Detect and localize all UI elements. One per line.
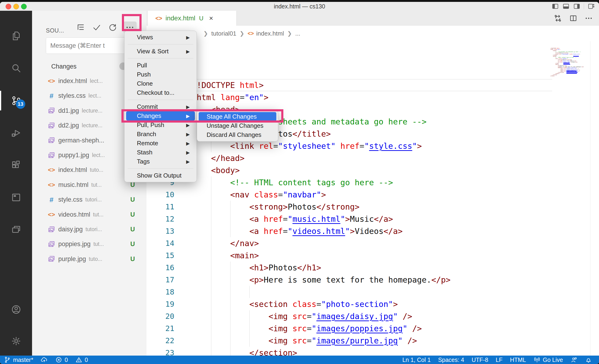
activity-extensions-icon[interactable] [0, 154, 32, 176]
menu-item-label: Branch [137, 130, 156, 138]
code-line-10: <nav class="navbar"> [192, 189, 326, 201]
status-lf[interactable]: LF [492, 355, 506, 364]
broadcast-icon [533, 356, 540, 363]
image-file-icon [47, 122, 55, 130]
activity-search-icon[interactable] [0, 57, 32, 79]
menu-item-label: Views [137, 34, 153, 41]
submenu-arrow-icon: ▶ [186, 150, 190, 155]
file-row-videos-html[interactable]: <>videos.htmltut...U [32, 207, 147, 222]
file-row-poppies-jpg[interactable]: poppies.jpgtut...U [32, 237, 147, 251]
tab-close-icon[interactable]: × [209, 14, 213, 22]
code-line-13: <a href="videos.html">Videos</a> [192, 225, 403, 237]
file-folder-description: tut... [93, 211, 104, 218]
status-bell[interactable] [581, 355, 596, 364]
git-status-badge: U [130, 196, 135, 203]
status-master-[interactable]: master* [0, 355, 37, 364]
activity-explorer-icon[interactable] [0, 25, 32, 47]
git-status-badge: U [130, 211, 135, 218]
file-name: puppy1.jpg [58, 152, 89, 159]
code-line-21: <img src="images/poppies.jpg" /> [192, 322, 422, 335]
submenu-arrow-icon: ▶ [186, 159, 190, 165]
code-line-12: <a href="music.html">Music</a> [192, 213, 393, 225]
breadcrumb-item[interactable]: tutorial01 [211, 30, 236, 37]
status-utf-8[interactable]: UTF-8 [468, 355, 492, 364]
panel-bottom-icon[interactable] [562, 3, 570, 10]
status-ln-1-col-1[interactable]: Ln 1, Col 1 [399, 355, 434, 364]
scm-action-commit-check-button[interactable] [91, 22, 102, 33]
html-file-icon: <> [47, 77, 55, 85]
line-number: 12 [147, 213, 174, 225]
submenu-item-discard-all-changes[interactable]: Discard All Changes [199, 130, 276, 139]
more-icon[interactable] [584, 14, 593, 22]
menu-item-push[interactable]: Push [126, 70, 195, 79]
menu-item-checkout-to-[interactable]: Checkout to... [126, 88, 195, 97]
status-html[interactable]: HTML [506, 355, 530, 364]
panel-right-icon[interactable] [573, 3, 581, 10]
image-file-icon [47, 136, 55, 144]
line-number: 22 [147, 335, 174, 347]
code-line-7: </head> [192, 152, 245, 164]
scm-action-view-tree-button[interactable] [75, 22, 86, 33]
activity-run-debug-icon[interactable] [0, 122, 32, 144]
menu-item-label: Tags [137, 158, 150, 165]
menu-item-tags[interactable]: Tags▶ [126, 157, 195, 166]
html-file-icon: <> [155, 15, 162, 22]
menu-item-views[interactable]: Views▶ [126, 33, 195, 42]
image-file-icon [47, 240, 55, 248]
commit-check-icon [92, 23, 101, 32]
status-label: master* [13, 356, 33, 363]
activity-source-control-icon[interactable]: 13 [0, 89, 32, 112]
menu-item-branch[interactable]: Branch▶ [126, 130, 195, 139]
file-row-style-css[interactable]: #style.csstutori...U [32, 192, 147, 207]
breadcrumb-item[interactable]: index.html [256, 30, 284, 37]
activity-account-icon[interactable] [0, 298, 32, 321]
line-number: 15 [147, 249, 174, 261]
file-row-daisy-jpg[interactable]: daisy.jpgtutori...U [32, 222, 147, 237]
line-number: 10 [147, 189, 174, 201]
menu-item-clone[interactable]: Clone [126, 79, 195, 88]
menu-item-remote[interactable]: Remote▶ [126, 139, 195, 148]
split-editor-icon[interactable] [569, 14, 577, 22]
css-file-icon: # [47, 196, 55, 204]
code-line-20: <img src="images/daisy.jpg" /> [192, 310, 412, 322]
tab-label: index.html [165, 15, 195, 22]
tab-index-html[interactable]: <> index.html U × [148, 11, 237, 26]
breadcrumb-item[interactable]: ... [295, 30, 300, 37]
titlebar: index.html — cs130 [0, 2, 599, 11]
submenu-item-label: Discard All Changes [207, 131, 261, 139]
submenu-item-label: Unstage All Changes [207, 122, 264, 129]
status-go-live[interactable]: Go Live [530, 355, 567, 364]
status-person[interactable] [567, 355, 581, 364]
line-number: 14 [147, 237, 174, 249]
status-spaces-4[interactable]: Spaces: 4 [434, 355, 468, 364]
status-bar: master*00 Ln 1, Col 1Spaces: 4UTF-8LFHTM… [0, 355, 599, 364]
status-0[interactable]: 0 [52, 355, 72, 364]
code-line-9: <!-- HTML content tags go here --> [192, 176, 393, 189]
activity-settings-icon[interactable] [0, 330, 32, 352]
git-status-badge: U [130, 241, 135, 248]
code-editor[interactable]: 1234567891011121314151617181920212223242… [147, 41, 599, 355]
open-changes-icon[interactable] [554, 14, 562, 22]
line-number: 16 [147, 261, 174, 274]
changes-section-header[interactable]: Changes [42, 61, 77, 72]
status-cloud-upload[interactable] [37, 355, 52, 364]
line-number: 18 [147, 286, 174, 298]
menu-item-stash[interactable]: Stash▶ [126, 148, 195, 157]
scm-action-refresh-button[interactable] [107, 22, 118, 33]
code-line-2: <html lang="en"> [192, 91, 269, 104]
layout-icon[interactable] [587, 3, 595, 10]
status-0[interactable]: 0 [72, 355, 92, 364]
minimap[interactable]: <!DOCTYPE html><html lang="en"> <head> <… [550, 48, 590, 77]
menu-item-pull[interactable]: Pull [126, 61, 195, 70]
menu-item-show-git-output[interactable]: Show Git Output [126, 171, 195, 180]
file-folder-description: tut... [91, 182, 102, 188]
editor-group: <> index.html U × ❯tutorial01❯<>index.ht… [147, 11, 599, 355]
activity-live-preview-icon[interactable] [0, 186, 32, 209]
activity-windows-icon[interactable] [0, 218, 32, 241]
submenu-arrow-icon: ▶ [186, 131, 190, 137]
panel-left-icon[interactable] [552, 3, 559, 10]
file-name: videos.html [58, 211, 90, 218]
menu-item-view-sort[interactable]: View & Sort▶ [126, 47, 195, 56]
file-row-purple-jpg[interactable]: purple.jpgtuto...U [32, 252, 147, 267]
git-status-badge: U [130, 255, 135, 263]
